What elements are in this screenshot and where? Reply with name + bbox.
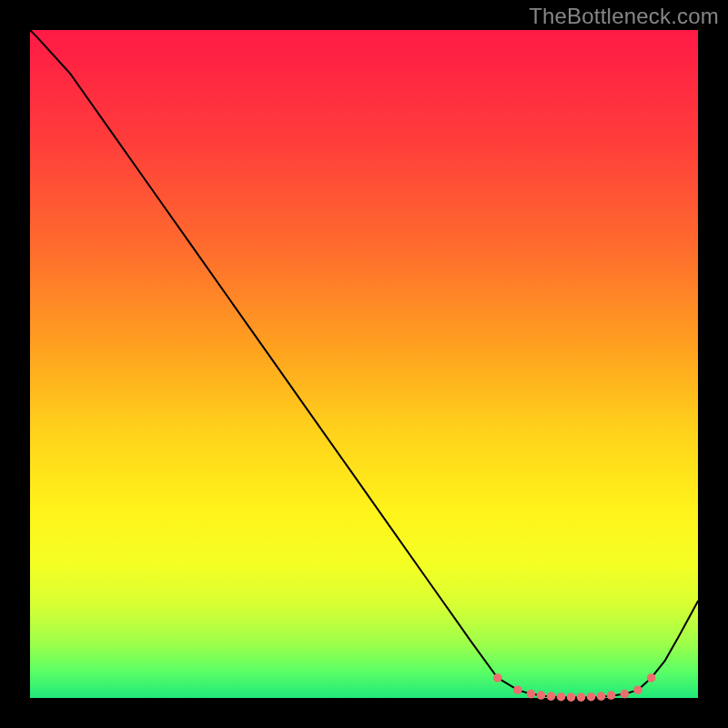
curve-marker <box>587 693 596 702</box>
curve-marker <box>513 685 522 694</box>
curve-marker <box>647 673 656 682</box>
curve-marker <box>537 691 546 700</box>
curve-marker <box>547 692 556 701</box>
curve-marker <box>527 690 536 699</box>
plot-background <box>30 30 698 698</box>
curve-marker <box>597 692 606 701</box>
curve-marker <box>567 693 576 702</box>
watermark-label: TheBottleneck.com <box>529 4 719 29</box>
bottleneck-curve-chart <box>0 0 728 728</box>
curve-marker <box>577 693 586 702</box>
curve-marker <box>620 690 629 699</box>
curve-marker <box>493 673 502 682</box>
curve-marker <box>633 685 642 694</box>
curve-marker <box>557 693 566 702</box>
curve-marker <box>607 691 616 700</box>
chart-stage: TheBottleneck.com <box>0 0 728 728</box>
